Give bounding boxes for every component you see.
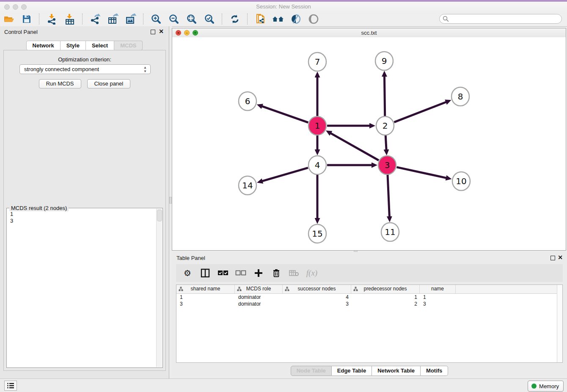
- column-header-shared-name[interactable]: shared name: [176, 285, 235, 293]
- node-10[interactable]: 10: [452, 172, 470, 190]
- run-mcds-button[interactable]: Run MCDS: [39, 79, 81, 88]
- tab-style[interactable]: Style: [61, 41, 86, 50]
- network-canvas[interactable]: 7968124314101511: [172, 37, 566, 250]
- node-label-6: 6: [245, 96, 250, 106]
- tab-mcds[interactable]: MCDS: [114, 41, 143, 50]
- close-panel-icon[interactable]: ✕: [159, 29, 164, 34]
- network-window-titlebar[interactable]: ✕ − + scc.txt: [172, 28, 566, 38]
- clone-network-icon[interactable]: [254, 13, 267, 25]
- cell-successor-nodes[interactable]: 3: [283, 301, 351, 307]
- cell-shared-name[interactable]: 3: [176, 301, 235, 307]
- node-7[interactable]: 7: [308, 52, 326, 71]
- edge-2-9[interactable]: [384, 76, 385, 116]
- node-3[interactable]: 3: [378, 156, 396, 174]
- float-table-panel-icon[interactable]: [550, 256, 555, 260]
- tab-network[interactable]: Network: [26, 41, 61, 50]
- node-label-4: 4: [315, 160, 320, 170]
- zoom-in-icon[interactable]: [150, 13, 162, 25]
- refresh-icon[interactable]: [228, 13, 241, 25]
- column-header-predecessor-nodes[interactable]: predecessor nodes: [351, 285, 420, 293]
- toolbar-separator: [222, 14, 223, 25]
- table-scrollbar[interactable]: [557, 285, 562, 362]
- node-table[interactable]: shared nameMCDS rolesuccessor nodesprede…: [176, 284, 563, 363]
- criterion-select[interactable]: strongly connected component ▲▼: [19, 64, 151, 74]
- task-history-button[interactable]: [4, 381, 17, 391]
- node-6[interactable]: 6: [239, 92, 256, 110]
- edge-2-8[interactable]: [394, 102, 446, 122]
- cell-name[interactable]: 1: [420, 294, 456, 301]
- import-network-icon[interactable]: [46, 13, 58, 25]
- edge-2-3[interactable]: [385, 135, 386, 150]
- save-icon[interactable]: [20, 13, 33, 25]
- deselect-all-checkboxes-icon[interactable]: [234, 267, 248, 279]
- tab-network-table[interactable]: Network Table: [372, 366, 421, 376]
- node-label-10: 10: [456, 176, 466, 186]
- open-folder-icon[interactable]: [3, 13, 15, 25]
- cell-predecessor-nodes[interactable]: 1: [351, 294, 420, 301]
- close-table-panel-icon[interactable]: ✕: [558, 255, 563, 260]
- tab-select[interactable]: Select: [86, 41, 114, 50]
- float-panel-icon[interactable]: [151, 30, 155, 34]
- control-panel-header: Control Panel ✕: [0, 26, 169, 37]
- delete-column-icon[interactable]: [269, 267, 284, 279]
- cell-successor-nodes[interactable]: 4: [283, 294, 351, 301]
- edge-3-10[interactable]: [396, 167, 446, 178]
- mcds-result-scrollbar[interactable]: [156, 209, 162, 367]
- memory-button[interactable]: Memory: [528, 381, 564, 392]
- table-header-row: shared nameMCDS rolesuccessor nodesprede…: [176, 285, 562, 294]
- node-2[interactable]: 2: [376, 116, 394, 135]
- close-panel-button[interactable]: Close panel: [87, 79, 131, 88]
- toolbar-separator: [143, 14, 144, 25]
- node-1[interactable]: 1: [308, 116, 326, 135]
- edge-1-6[interactable]: [262, 106, 308, 122]
- cell-shared-name[interactable]: 1: [176, 294, 235, 301]
- tab-edge-table[interactable]: Edge Table: [332, 366, 372, 376]
- table-row[interactable]: 1dominator411: [176, 294, 562, 301]
- table-panel-title: Table Panel: [176, 255, 205, 261]
- export-network-icon[interactable]: [89, 13, 102, 25]
- node-4[interactable]: 4: [308, 156, 326, 174]
- node-8[interactable]: 8: [451, 87, 469, 106]
- cell-MCDS-role[interactable]: dominator: [235, 301, 283, 307]
- column-tree-icon: [353, 287, 358, 291]
- column-header-successor-nodes[interactable]: successor nodes: [283, 285, 351, 293]
- graph-edges[interactable]: [262, 76, 446, 218]
- settings-gear-icon[interactable]: ⚙: [180, 267, 195, 279]
- tab-motifs[interactable]: Motifs: [421, 366, 448, 376]
- birds-eye-view-icon[interactable]: [307, 13, 320, 25]
- node-15[interactable]: 15: [308, 224, 326, 243]
- criterion-select-value: strongly connected component: [24, 66, 99, 72]
- column-header-name[interactable]: name: [420, 285, 456, 293]
- tab-node-table[interactable]: Node Table: [291, 366, 332, 376]
- column-header-MCDS-role[interactable]: MCDS role: [235, 285, 283, 293]
- column-tree-icon: [285, 287, 289, 291]
- graphics-details-icon[interactable]: [289, 13, 302, 25]
- zoom-out-icon[interactable]: [168, 13, 180, 25]
- zoom-selected-icon[interactable]: [203, 13, 216, 25]
- node-11[interactable]: 11: [381, 223, 399, 241]
- zoom-fit-icon[interactable]: [185, 13, 198, 25]
- search-input[interactable]: [439, 14, 562, 24]
- first-neighbors-icon[interactable]: [272, 13, 284, 25]
- optimization-criterion-label: Optimization criterion:: [4, 56, 165, 63]
- add-column-icon[interactable]: [251, 267, 266, 279]
- node-9[interactable]: 9: [375, 52, 393, 70]
- cell-MCDS-role[interactable]: dominator: [235, 294, 283, 301]
- table-row[interactable]: 3dominator323: [176, 301, 562, 307]
- table-toolbar: ⚙ f(x): [176, 264, 563, 282]
- cell-name[interactable]: 3: [420, 301, 456, 307]
- node-14[interactable]: 14: [239, 176, 256, 195]
- export-image-icon[interactable]: [124, 13, 137, 25]
- select-all-checkboxes-icon[interactable]: [216, 267, 230, 279]
- export-table-icon[interactable]: [107, 13, 119, 25]
- edge-3-11[interactable]: [388, 175, 389, 217]
- import-table-icon[interactable]: [63, 13, 76, 25]
- column-label: MCDS role: [246, 286, 271, 292]
- edge-3-1[interactable]: [330, 133, 379, 160]
- mcds-result-lines: 1 3: [10, 211, 13, 224]
- fx-label: f(x): [306, 268, 317, 278]
- cell-predecessor-nodes[interactable]: 2: [351, 301, 420, 307]
- edge-4-14[interactable]: [262, 168, 308, 181]
- node-label-15: 15: [312, 229, 322, 239]
- split-columns-icon[interactable]: [198, 267, 212, 279]
